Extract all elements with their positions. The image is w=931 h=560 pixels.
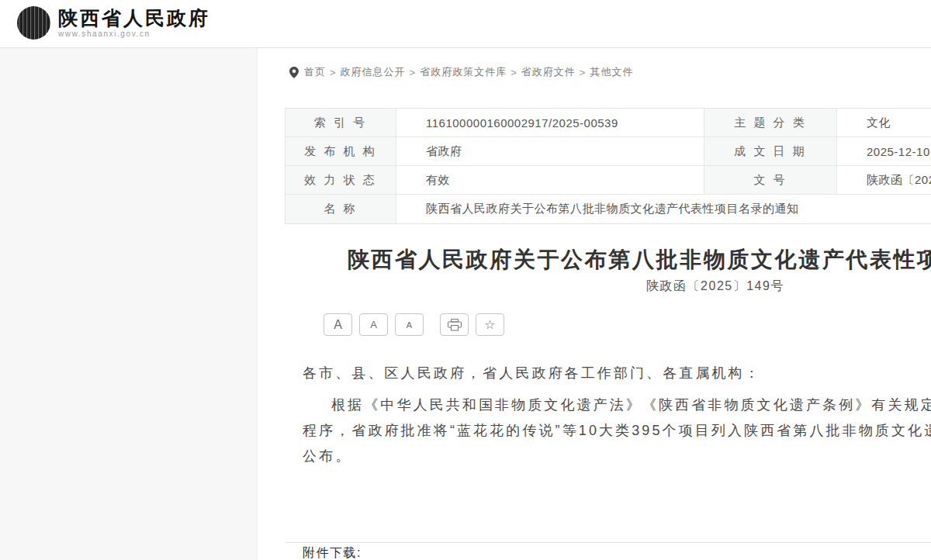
meta-label-topic-class: 主 题 分 类 [704,109,837,137]
meta-label-validity: 效 力 状 态 [286,166,396,195]
side-panel [0,48,258,560]
attachment-download-label: 附件下载: [303,545,362,560]
logo-text: 陕西省人民政府 www.shaanxi.gov.cn [58,8,210,38]
body-line: 公布。 [303,444,931,469]
document-number: 陕政函〔2025〕149号 [285,278,931,295]
printer-icon [448,319,462,331]
breadcrumb-separator: > [330,67,337,78]
meta-value-validity: 有效 [396,166,704,195]
meta-value-title: 陕西省人民政府关于公布第八批非物质文化遗产代表性项目名录的通知 [396,195,931,223]
breadcrumb-separator: > [410,67,417,78]
breadcrumb-info-disclosure[interactable]: 政府信息公开 [341,65,406,79]
breadcrumb-provincial-docs[interactable]: 省政府文件 [521,65,576,79]
site-header: 陕西省人民政府 www.shaanxi.gov.cn [0,0,931,48]
meta-label-doc-number: 文 号 [704,166,837,195]
page-title: 陕西省人民政府关于公布第八批非物质文化遗产代表性项目名录的通知 [285,245,931,275]
site-url: www.shaanxi.gov.cn [58,29,210,38]
attachment-divider [286,542,931,543]
meta-label-issue-date: 成 文 日 期 [704,137,837,166]
font-size-large-button[interactable]: A [324,313,352,336]
location-pin-icon [289,67,299,78]
breadcrumb-home[interactable]: 首页 [304,65,326,79]
document-meta-table: 索 引 号 116100000160002917/2025-00539 主 题 … [285,108,931,224]
meta-value-issue-date: 2025-12-10 [837,137,931,166]
breadcrumb-policy-library[interactable]: 省政府政策文件库 [420,65,507,79]
article-toolbar: A A A ☆ [324,313,511,336]
meta-value-doc-number: 陕政函〔2025〕149号 [837,166,931,195]
salutation-line: 各市、县、区人民政府，省人民政府各工作部门、各直属机构： [303,361,931,386]
page: 陕西省人民政府 www.shaanxi.gov.cn 首页 > 政府信息公开 >… [0,0,931,560]
breadcrumb-separator: > [510,67,517,78]
star-icon: ☆ [484,317,495,332]
meta-value-topic-class: 文化 [837,109,931,137]
article-body: 各市、县、区人民政府，省人民政府各工作部门、各直属机构： 根据《中华人民共和国非… [303,361,931,469]
breadcrumb-other-docs[interactable]: 其他文件 [590,65,633,79]
favorite-button[interactable]: ☆ [476,313,504,336]
content-area: 首页 > 政府信息公开 > 省政府政策文件库 > 省政府文件 > 其他文件 索 … [258,48,931,560]
government-emblem-icon [17,6,50,40]
print-button[interactable] [440,313,469,336]
breadcrumb-separator: > [580,67,587,78]
site-name: 陕西省人民政府 [58,8,210,28]
font-size-medium-button[interactable]: A [359,313,388,336]
meta-value-index-no: 116100000160002917/2025-00539 [396,109,704,137]
breadcrumb: 首页 > 政府信息公开 > 省政府政策文件库 > 省政府文件 > 其他文件 [289,65,633,79]
body-line: 程序，省政府批准将“蓝花花的传说”等10大类395个项目列入陕西省第八批非物质文… [303,418,931,444]
meta-label-index-no: 索 引 号 [286,109,396,137]
meta-label-title: 名 称 [286,195,396,223]
site-logo[interactable]: 陕西省人民政府 www.shaanxi.gov.cn [17,6,210,40]
meta-value-issuing-org: 省政府 [396,137,704,166]
font-size-small-button[interactable]: A [395,313,424,336]
meta-label-issuing-org: 发 布 机 构 [286,137,396,166]
body-line: 根据《中华人民共和国非物质文化遗产法》《陕西省非物质文化遗产条例》有关规定和 [303,392,931,418]
